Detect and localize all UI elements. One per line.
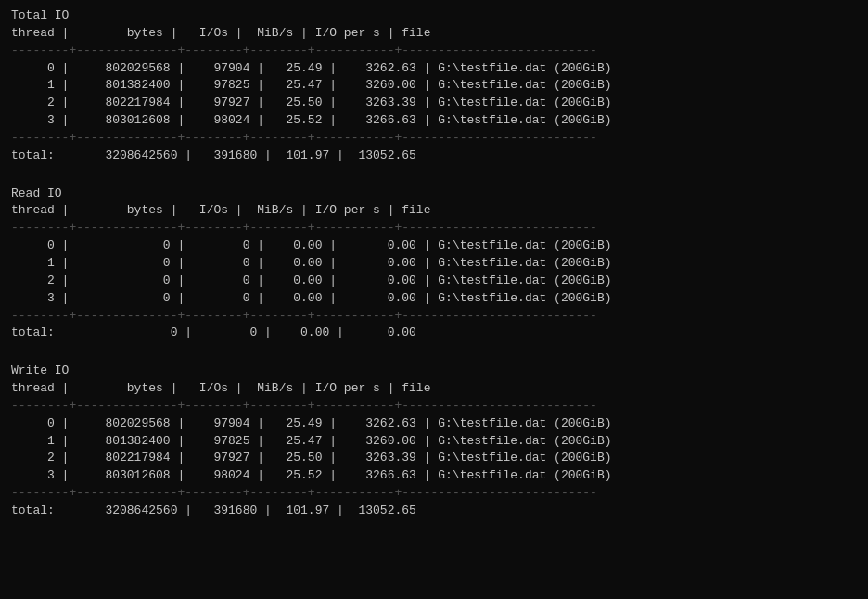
section-write-io: Write IO thread | bytes | I/Os | MiB/s |… — [11, 363, 857, 520]
total-row-write-io: total: 3208642560 | 391680 | 101.97 | 13… — [11, 503, 857, 520]
section-gap — [11, 176, 857, 185]
divider-bottom-read-io: --------+--------------+--------+-------… — [11, 308, 857, 325]
section-title-write-io: Write IO thread | bytes | I/Os | MiB/s |… — [11, 363, 857, 398]
divider-top-write-io: --------+--------------+--------+-------… — [11, 398, 857, 415]
data-row-read-io-0: 0 | 0 | 0 | 0.00 | 0.00 | G:\testfile.da… — [11, 237, 857, 255]
divider-bottom-write-io: --------+--------------+--------+-------… — [11, 485, 857, 503]
divider-bottom-total-io: --------+--------------+--------+-------… — [11, 130, 857, 147]
divider-top-total-io: --------+--------------+--------+-------… — [11, 43, 857, 60]
data-row-write-io-3: 3 | 803012608 | 98024 | 25.52 | 3266.63 … — [11, 467, 857, 485]
app-container: Total IO thread | bytes | I/Os | MiB/s |… — [11, 7, 857, 541]
section-read-io: Read IO thread | bytes | I/Os | MiB/s | … — [11, 185, 857, 343]
data-row-read-io-3: 3 | 0 | 0 | 0.00 | 0.00 | G:\testfile.da… — [11, 290, 857, 308]
data-row-write-io-1: 1 | 801382400 | 97825 | 25.47 | 3260.00 … — [11, 433, 857, 451]
section-gap — [11, 531, 857, 541]
section-total-io: Total IO thread | bytes | I/Os | MiB/s |… — [11, 7, 857, 165]
data-row-total-io-3: 3 | 803012608 | 98024 | 25.52 | 3266.63 … — [11, 112, 857, 130]
total-row-total-io: total: 3208642560 | 391680 | 101.97 | 13… — [11, 147, 857, 165]
data-row-read-io-2: 2 | 0 | 0 | 0.00 | 0.00 | G:\testfile.da… — [11, 273, 857, 290]
section-title-read-io: Read IO thread | bytes | I/Os | MiB/s | … — [11, 185, 857, 221]
section-gap — [11, 353, 857, 363]
total-row-read-io: total: 0 | 0 | 0.00 | 0.00 — [11, 325, 857, 342]
divider-top-read-io: --------+--------------+--------+-------… — [11, 220, 857, 237]
data-row-total-io-1: 1 | 801382400 | 97825 | 25.47 | 3260.00 … — [11, 77, 857, 95]
section-title-total-io: Total IO thread | bytes | I/Os | MiB/s |… — [11, 7, 857, 43]
data-row-write-io-0: 0 | 802029568 | 97904 | 25.49 | 3262.63 … — [11, 415, 857, 433]
data-row-total-io-2: 2 | 802217984 | 97927 | 25.50 | 3263.39 … — [11, 95, 857, 112]
data-row-write-io-2: 2 | 802217984 | 97927 | 25.50 | 3263.39 … — [11, 450, 857, 467]
data-row-read-io-1: 1 | 0 | 0 | 0.00 | 0.00 | G:\testfile.da… — [11, 255, 857, 273]
data-row-total-io-0: 0 | 802029568 | 97904 | 25.49 | 3262.63 … — [11, 60, 857, 78]
